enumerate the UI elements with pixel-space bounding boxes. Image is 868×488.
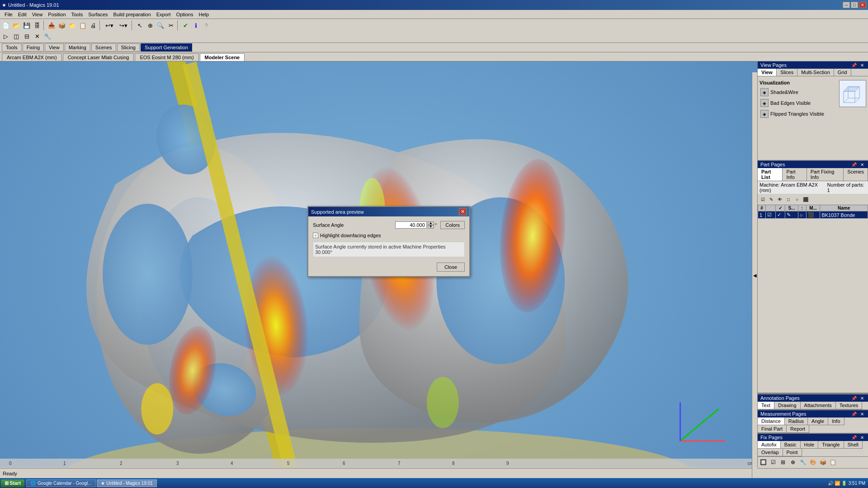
annotation-pin[interactable]: 📌 — [850, 396, 858, 401]
tab-drawing[interactable]: Drawing — [774, 402, 800, 409]
viewport[interactable]: 0 1 2 3 4 5 6 7 8 9 cm Supported area pr… — [0, 61, 757, 468]
menu-export[interactable]: Export — [154, 11, 174, 18]
view-pages-pin[interactable]: 📌 — [850, 63, 858, 68]
action-scenes[interactable]: Scenes — [91, 43, 116, 52]
check-button[interactable]: ✔ — [180, 20, 190, 30]
bottom-icon-6[interactable]: 🎨 — [808, 458, 817, 467]
tab-attachments[interactable]: Attachments — [801, 402, 836, 409]
select-button[interactable]: ↖ — [135, 20, 145, 30]
surface-angle-input[interactable] — [395, 221, 427, 229]
fix-pin[interactable]: 📌 — [850, 435, 858, 440]
minimize-button[interactable]: ─ — [843, 2, 850, 8]
tab-part-fixing-info[interactable]: Part Fixing Info — [807, 168, 844, 181]
taskbar-item-magics[interactable]: ★ Untitled - Magics 19.01 — [97, 479, 157, 487]
import-button[interactable]: 📥 — [47, 20, 57, 30]
tab-modeler[interactable]: Modeler Scene — [200, 53, 245, 61]
tab-distance[interactable]: Distance — [758, 418, 785, 425]
measurement-pin[interactable]: 📌 — [850, 412, 858, 417]
part-pages-close[interactable]: ✕ — [859, 162, 865, 167]
part-tb-lock[interactable]: ○ — [793, 195, 801, 203]
close-button[interactable]: ✕ — [859, 2, 866, 8]
bottom-icon-3[interactable]: ⊞ — [778, 458, 788, 467]
part-pages-pin[interactable]: 📌 — [850, 162, 858, 167]
table-row[interactable]: 1 ☑ ✓ ✎ ○ ⬛ BK1037 Bonde — [758, 211, 868, 219]
action-fixing[interactable]: Fixing — [23, 43, 44, 52]
tab-hole[interactable]: Hole — [801, 441, 819, 449]
start-button[interactable]: ⊞ Start — [1, 479, 24, 487]
tb2-btn1[interactable]: ▷ — [1, 31, 11, 41]
help2-button[interactable]: ? — [201, 20, 211, 30]
menu-position[interactable]: Position — [45, 11, 68, 18]
action-view[interactable]: View — [45, 43, 64, 52]
tb2-btn4[interactable]: ✕ — [32, 31, 42, 41]
tab-slices[interactable]: Slices — [777, 69, 797, 76]
tab-angle[interactable]: Angle — [808, 418, 828, 425]
action-slicing[interactable]: Slicing — [117, 43, 140, 52]
tab-view[interactable]: View — [758, 69, 777, 76]
tab-final-part[interactable]: Final Part — [758, 425, 787, 433]
tab-shell[interactable]: Shell — [844, 441, 863, 449]
colors-button[interactable]: Colors — [440, 221, 465, 229]
dialog-close-button[interactable]: ✕ — [459, 208, 467, 215]
viz-flipped-triangles[interactable]: ◈ Flipped Triangles Visible — [760, 109, 825, 119]
tab-report[interactable]: Report — [787, 425, 809, 433]
viz-bad-edges[interactable]: ◈ Bad Edges Visible — [760, 98, 825, 108]
tab-radius[interactable]: Radius — [785, 418, 808, 425]
info-button[interactable]: ℹ — [191, 20, 201, 30]
save-button[interactable]: 💾 — [22, 20, 32, 30]
tab-point[interactable]: Point — [783, 449, 802, 456]
tab-grid[interactable]: Grid — [834, 69, 851, 76]
tab-concept[interactable]: Concept Laser Mlab Cusing — [63, 53, 134, 61]
bottom-icon-7[interactable]: 📦 — [818, 458, 827, 467]
tab-overlap[interactable]: Overlap — [758, 449, 783, 456]
zoom-button[interactable]: 🔍 — [156, 20, 165, 30]
tab-arcam[interactable]: Arcam EBM A2X (mm) — [2, 53, 62, 61]
import3-button[interactable]: 📁 — [67, 20, 77, 30]
view-pages-close[interactable]: ✕ — [859, 63, 865, 68]
fix-close[interactable]: ✕ — [859, 435, 865, 440]
highlight-checkbox[interactable]: ✓ — [313, 233, 318, 238]
crosshair-button[interactable]: ⊕ — [145, 20, 155, 30]
save-all-button[interactable]: 🗄 — [32, 20, 42, 30]
dialog-close-btn[interactable]: Close — [437, 263, 465, 272]
action-marking[interactable]: Marking — [65, 43, 90, 52]
bottom-icon-4[interactable]: ⊕ — [788, 458, 797, 467]
menu-options[interactable]: Options — [174, 11, 196, 18]
measurement-close[interactable]: ✕ — [859, 412, 865, 417]
tb2-btn3[interactable]: ⊟ — [22, 31, 32, 41]
tab-basic[interactable]: Basic — [781, 441, 801, 449]
import4-button[interactable]: 📋 — [78, 20, 88, 30]
menu-build-preparation[interactable]: Build preparation — [111, 11, 154, 18]
tab-multi-section[interactable]: Multi-Section — [797, 69, 834, 76]
print-button[interactable]: 🖨 — [88, 20, 98, 30]
menu-view[interactable]: View — [29, 11, 46, 18]
menu-surfaces[interactable]: Surfaces — [85, 11, 110, 18]
annotation-close[interactable]: ✕ — [859, 396, 865, 401]
tab-autofix[interactable]: Autofix — [758, 441, 781, 449]
viz-shade-wire[interactable]: ◈ Shade&Wire — [760, 87, 825, 97]
bottom-icon-8[interactable]: 📋 — [828, 458, 837, 467]
taskbar-item-chrome[interactable]: 🌐 Google Calendar - Googl... — [26, 479, 96, 487]
part-tb-deselect[interactable]: ✎ — [767, 195, 775, 203]
part-tb-hide[interactable]: □ — [784, 195, 793, 203]
bottom-icon-1[interactable]: 🔲 — [759, 458, 768, 467]
part-tb-select[interactable]: ☑ — [759, 195, 767, 203]
action-tools[interactable]: Tools — [2, 43, 22, 52]
measure-button[interactable]: ✂ — [166, 20, 176, 30]
part-tb-export[interactable]: ⬛ — [802, 195, 810, 203]
tab-text[interactable]: Text — [758, 402, 774, 409]
spinner-down[interactable]: ▼ — [428, 225, 434, 229]
redo-button[interactable]: ↪▾ — [117, 20, 130, 30]
tab-triangle[interactable]: Triangle — [818, 441, 844, 449]
open-button[interactable]: 📂 — [11, 20, 21, 30]
menu-file[interactable]: File — [2, 11, 15, 18]
tab-part-info[interactable]: Part Info — [783, 168, 807, 181]
maximize-button[interactable]: □ — [851, 2, 858, 8]
tb2-btn5[interactable]: 🔧 — [42, 31, 52, 41]
tab-info[interactable]: Info — [828, 418, 844, 425]
tab-eos[interactable]: EOS Eosint M 280 (mm) — [135, 53, 198, 61]
menu-help[interactable]: Help — [196, 11, 212, 18]
new-button[interactable]: 📄 — [1, 20, 11, 30]
bottom-icon-5[interactable]: 🔧 — [798, 458, 807, 467]
tab-part-list[interactable]: Part List — [758, 168, 783, 181]
